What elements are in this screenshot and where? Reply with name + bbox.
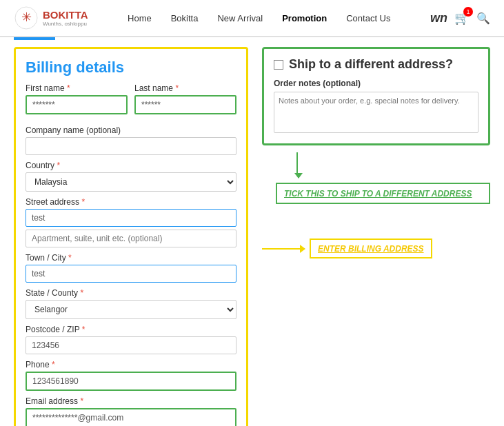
state-select[interactable]: Selangor Kuala Lumpur Penang — [26, 300, 236, 319]
logo-icon: ✳ — [14, 6, 39, 30]
nav-bokitta[interactable]: Bokitta — [171, 13, 199, 23]
cart-icon[interactable]: 🛒 1 — [454, 10, 470, 26]
apt-input[interactable] — [26, 230, 236, 247]
tick-label-box: TICK THIS TO SHIP TO A DIFFERENT ADDRESS — [276, 183, 490, 204]
phone-group: Phone * — [26, 360, 236, 391]
navbar: ✳ BOKITTA Wunths, oshloppu Home Bokitta … — [0, 0, 504, 37]
email-input[interactable] — [26, 408, 236, 426]
logo-sub: Wunths, oshloppu — [43, 21, 88, 27]
company-group: Company name (optional) — [26, 125, 236, 155]
ship-title: Ship to a different address? — [274, 57, 478, 72]
phone-label: Phone * — [26, 360, 236, 369]
billing-arrow-row: ENTER BILLING ADDRESS — [262, 239, 490, 258]
nav-contact[interactable]: Contact Us — [346, 13, 390, 23]
company-input[interactable] — [26, 137, 236, 155]
postcode-input[interactable] — [26, 336, 236, 354]
state-group: State / County * Selangor Kuala Lumpur P… — [26, 288, 236, 319]
nav-home[interactable]: Home — [128, 13, 152, 23]
user-icon[interactable]: wn — [430, 11, 447, 26]
company-label: Company name (optional) — [26, 125, 236, 135]
first-name-label: First name * — [26, 83, 128, 93]
country-label: Country * — [26, 161, 236, 170]
first-name-group: First name * — [26, 83, 128, 114]
state-label: State / County * — [26, 288, 236, 298]
ship-arrow — [290, 152, 490, 179]
ship-checkbox[interactable] — [274, 60, 283, 70]
search-icon[interactable]: 🔍 — [476, 12, 490, 25]
name-row: First name * Last name * — [26, 83, 236, 120]
first-name-input[interactable] — [26, 95, 128, 114]
billing-label: ENTER BILLING ADDRESS — [318, 244, 424, 254]
nav-right: wn 🛒 1 🔍 — [430, 10, 490, 26]
arrow-down — [294, 173, 303, 179]
order-notes-textarea[interactable] — [274, 92, 478, 133]
logo: ✳ BOKITTA Wunths, oshloppu — [14, 6, 88, 30]
last-name-input[interactable] — [134, 95, 236, 114]
order-notes-label: Order notes (optional) — [274, 79, 478, 88]
street-input[interactable] — [26, 209, 236, 227]
city-input[interactable] — [26, 265, 236, 283]
phone-input[interactable] — [26, 372, 236, 391]
last-name-label: Last name * — [134, 83, 236, 93]
arrow-line — [296, 152, 298, 173]
postcode-group: Postcode / ZIP * — [26, 325, 236, 354]
email-group: Email address * — [26, 396, 236, 426]
billing-arrow-right — [300, 245, 305, 253]
main-content: Billing details First name * Last name *… — [0, 40, 504, 426]
svg-text:✳: ✳ — [21, 10, 32, 24]
nav-promotion[interactable]: Promotion — [282, 13, 327, 23]
ship-box: Ship to a different address? Order notes… — [262, 47, 490, 145]
city-group: Town / City * — [26, 253, 236, 283]
logo-text: BOKITTA — [43, 9, 88, 21]
billing-panel: Billing details First name * Last name *… — [14, 47, 248, 426]
last-name-group: Last name * — [134, 83, 236, 114]
billing-title: Billing details — [26, 59, 236, 77]
postcode-label: Postcode / ZIP * — [26, 325, 236, 334]
billing-arrow-line — [262, 248, 300, 250]
city-label: Town / City * — [26, 253, 236, 263]
country-select[interactable]: Malaysia Singapore Indonesia — [26, 172, 236, 192]
tick-label: TICK THIS TO SHIP TO A DIFFERENT ADDRESS — [284, 189, 472, 199]
country-group: Country * Malaysia Singapore Indonesia — [26, 161, 236, 192]
nav-links: Home Bokitta New Arrival Promotion Conta… — [128, 13, 391, 23]
nav-new-arrival[interactable]: New Arrival — [217, 13, 263, 23]
street-group: Street address * — [26, 197, 236, 247]
right-panel: Ship to a different address? Order notes… — [262, 47, 490, 426]
cart-badge: 1 — [463, 7, 473, 17]
billing-label-box: ENTER BILLING ADDRESS — [310, 239, 432, 258]
street-label: Street address * — [26, 197, 236, 207]
email-label: Email address * — [26, 396, 236, 406]
